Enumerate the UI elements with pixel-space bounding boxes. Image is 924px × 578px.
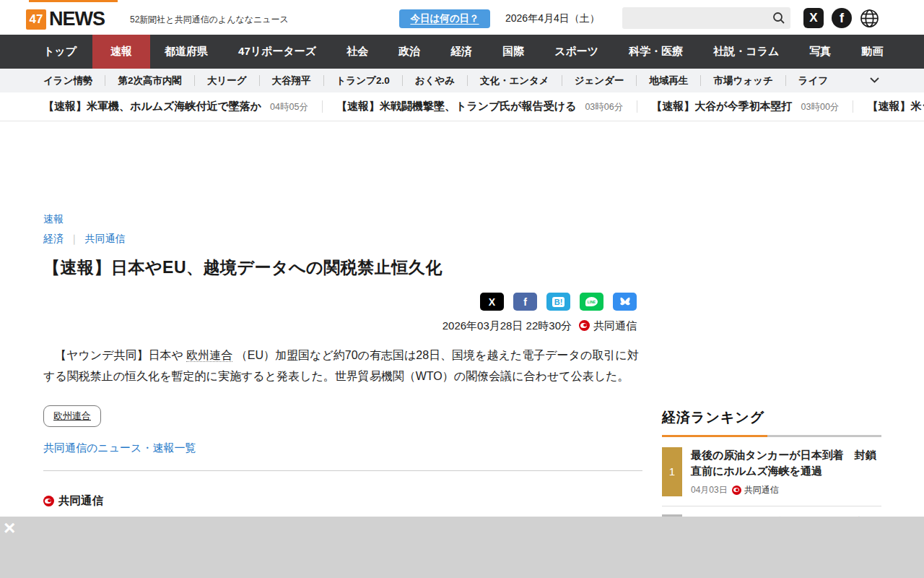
- site-logo[interactable]: 47 NEWS: [26, 8, 105, 30]
- breadcrumb-source-link[interactable]: 共同通信: [85, 233, 126, 244]
- share-x-button[interactable]: X: [480, 293, 504, 311]
- nav-item-economy[interactable]: 経済: [450, 45, 472, 59]
- nav-item-politics[interactable]: 政治: [398, 45, 420, 59]
- subnav-item-market[interactable]: 市場ウォッチ: [700, 75, 785, 86]
- ticker-separator: [853, 100, 853, 113]
- subnav-item-life[interactable]: ライフ: [785, 75, 840, 86]
- globe-language-icon[interactable]: [859, 8, 879, 28]
- current-date: 2026年4月4日（土）: [505, 12, 600, 25]
- share-facebook-button[interactable]: f: [513, 293, 537, 311]
- rank-1-badge: 1: [662, 447, 682, 496]
- nav-item-editorial-column[interactable]: 社説・コラム: [713, 45, 779, 59]
- nav-item-photo[interactable]: 写真: [809, 45, 831, 59]
- kyodo-news-list-link[interactable]: 共同通信のニュース・速報一覧: [43, 441, 196, 455]
- facebook-glyph: f: [840, 11, 844, 26]
- subnav-item-cabinet[interactable]: 第2次高市内閣: [105, 75, 194, 86]
- ticker-separator: [322, 100, 323, 113]
- article-title: 【速報】日本やEU、越境データへの関税禁止恒久化: [43, 256, 642, 279]
- nav-item-video[interactable]: 動画: [861, 45, 883, 59]
- today-what-day-button[interactable]: 今日は何の日？: [399, 9, 490, 28]
- share-line-button[interactable]: LINE: [580, 293, 603, 311]
- publish-source: 共同通信: [593, 319, 637, 332]
- ranking-heading-underline: [662, 435, 881, 437]
- facebook-social-icon[interactable]: f: [832, 8, 852, 28]
- kyodo-news-logo-icon: [579, 320, 590, 331]
- subnav-item-gender[interactable]: ジェンダー: [562, 75, 637, 86]
- facebook-icon: f: [523, 296, 527, 308]
- nav-item-sports[interactable]: スポーツ: [554, 45, 598, 59]
- search-box: [622, 7, 790, 29]
- subnav-item-culture[interactable]: 文化・エンタメ: [467, 75, 562, 86]
- x-icon: X: [489, 296, 495, 308]
- breadcrumb-category-link[interactable]: 経済: [43, 233, 64, 244]
- ticker-separator: [637, 100, 637, 113]
- ad-close-icon[interactable]: ×: [4, 518, 15, 538]
- ticker-headline: 【速報】米: [867, 100, 921, 113]
- rank-1-title: 最後の原油タンカーが日本到着 封鎖直前にホルムズ海峡を通過: [691, 447, 881, 479]
- ticker-time: 03時06分: [585, 101, 623, 113]
- nav-item-top[interactable]: トップ: [43, 45, 77, 59]
- line-icon: LINE: [585, 297, 598, 306]
- search-button[interactable]: [767, 7, 790, 29]
- subnav-expand-chevron-icon[interactable]: [870, 77, 879, 83]
- ticker-item[interactable]: 【速報】米軍機、ホルムズ海峡付近で墜落か 04時05分: [43, 100, 308, 113]
- main-nav: トップ 速報 都道府県 47リポーターズ 社会 政治 経済 国際 スポーツ 科学…: [0, 35, 924, 69]
- share-bluesky-button[interactable]: [613, 293, 637, 311]
- article-meta-row: 2026年03月28日 22時30分共同通信: [43, 319, 642, 333]
- article-main: 速報 経済｜共同通信 【速報】日本やEU、越境データへの関税禁止恒久化 X f …: [43, 212, 642, 509]
- rank-1-source: 共同通信: [744, 484, 779, 496]
- logo-accent-strip: [29, 0, 118, 2]
- subnav-item-regional[interactable]: 地域再生: [636, 75, 700, 86]
- rank-1-meta: 04月03日 共同通信: [691, 484, 881, 496]
- page: 47 NEWS 52新聞社と共同通信のよんななニュース 今日は何の日？ 2026…: [0, 0, 924, 578]
- site-header: 47 NEWS 52新聞社と共同通信のよんななニュース 今日は何の日？ 2026…: [0, 0, 924, 35]
- logo-news-text: NEWS: [49, 8, 105, 30]
- breadcrumb: 経済｜共同通信: [43, 233, 642, 246]
- footer-source-label: 共同通信: [58, 493, 103, 509]
- subnav-item-iran[interactable]: イラン情勢: [43, 75, 105, 86]
- subnav-item-obituary[interactable]: おくやみ: [402, 75, 467, 86]
- logo-47-badge: 47: [26, 9, 46, 30]
- kyodo-news-logo-icon: [43, 496, 54, 506]
- subnav-item-mlb[interactable]: 大リーグ: [194, 75, 259, 86]
- ranking-item-1[interactable]: 1 最後の原油タンカーが日本到着 封鎖直前にホルムズ海峡を通過 04月03日 共…: [662, 447, 881, 506]
- topic-subnav: イラン情勢 第2次高市内閣 大リーグ 大谷翔平 トランプ2.0 おくやみ 文化・…: [0, 69, 924, 92]
- ticker-headline: 【速報】米軍機、ホルムズ海峡付近で墜落か: [43, 100, 261, 113]
- ticker-headline: 【速報】米戦闘機撃墜、トランプ氏が報告受ける: [336, 100, 576, 113]
- share-hatena-button[interactable]: B!: [546, 293, 570, 311]
- ranking-heading: 経済ランキング: [662, 408, 881, 427]
- article-divider: [43, 470, 642, 471]
- article-footer-source: 共同通信: [43, 493, 642, 509]
- ticker-time: 03時00分: [801, 101, 840, 113]
- anchor-ad-overlay: ×: [0, 517, 924, 578]
- kyodo-news-logo-icon: [732, 486, 741, 495]
- breadcrumb-sokuho-link[interactable]: 速報: [43, 213, 64, 226]
- hatena-icon: B!: [552, 297, 565, 307]
- ticker-item[interactable]: 【速報】米: [867, 100, 921, 113]
- ticker-item[interactable]: 【速報】大谷が今季初本塁打 03時00分: [651, 100, 839, 113]
- x-glyph: X: [809, 11, 817, 25]
- rank-1-content: 最後の原油タンカーが日本到着 封鎖直前にホルムズ海峡を通過 04月03日 共同通…: [691, 447, 881, 496]
- tag-eu-button[interactable]: 欧州連合: [43, 405, 101, 427]
- subnav-item-trump[interactable]: トランプ2.0: [323, 75, 402, 86]
- breaking-news-ticker: 【速報】米軍機、ホルムズ海峡付近で墜落か 04時05分 【速報】米戦闘機撃墜、ト…: [0, 92, 924, 121]
- ticker-item[interactable]: 【速報】米戦闘機撃墜、トランプ氏が報告受ける 03時06分: [336, 100, 623, 113]
- search-input[interactable]: [622, 7, 767, 29]
- article-body-paragraph: 【ヤウンデ共同】日本や 欧州連合 （EU）加盟国など約70の有志国は28日、国境…: [43, 345, 642, 387]
- ticker-headline: 【速報】大谷が今季初本塁打: [651, 100, 792, 113]
- nav-item-prefectures[interactable]: 都道府県: [165, 45, 208, 59]
- nav-item-international[interactable]: 国際: [502, 45, 524, 59]
- subnav-item-ohtani[interactable]: 大谷翔平: [259, 75, 323, 86]
- rank-1-date: 04月03日: [691, 484, 728, 496]
- nav-item-society[interactable]: 社会: [346, 45, 368, 59]
- site-tagline: 52新聞社と共同通信のよんななニュース: [130, 14, 289, 26]
- breadcrumb-separator: ｜: [69, 233, 79, 244]
- x-social-icon[interactable]: X: [803, 8, 824, 28]
- nav-item-47reporters[interactable]: 47リポーターズ: [238, 45, 316, 59]
- share-button-row: X f B! LINE: [43, 293, 642, 311]
- nav-item-sokuho[interactable]: 速報: [92, 35, 150, 69]
- publish-datetime: 2026年03月28日 22時30分: [443, 319, 572, 332]
- keyword-eu-link[interactable]: 欧州連合: [186, 349, 232, 362]
- search-icon: [772, 12, 785, 25]
- nav-item-science-medical[interactable]: 科学・医療: [629, 45, 683, 59]
